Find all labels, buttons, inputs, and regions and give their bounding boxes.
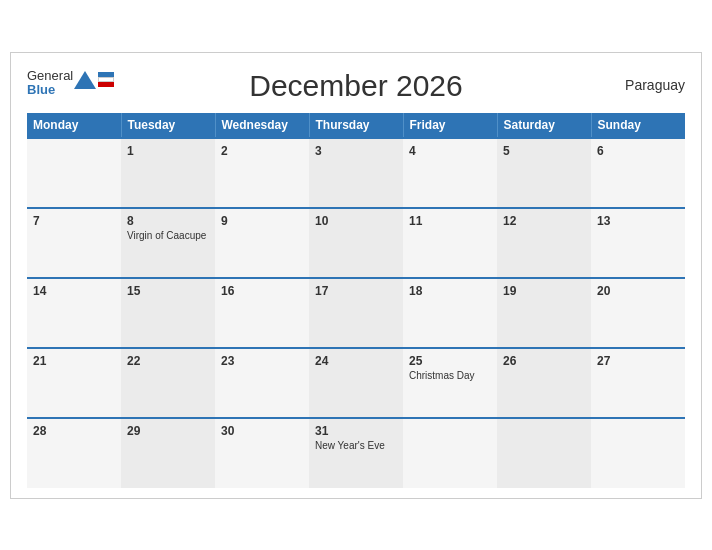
day-number: 3	[315, 144, 397, 158]
day-number: 15	[127, 284, 209, 298]
day-event: Virgin of Caacupe	[127, 230, 209, 241]
col-thursday: Thursday	[309, 113, 403, 138]
day-number: 31	[315, 424, 397, 438]
calendar-cell: 1	[121, 138, 215, 208]
calendar-container: General Blue December 2026	[10, 52, 702, 499]
day-number: 11	[409, 214, 491, 228]
logo-icon	[74, 69, 114, 91]
calendar-header: General Blue December 2026	[27, 69, 685, 103]
day-number: 19	[503, 284, 585, 298]
day-number: 18	[409, 284, 491, 298]
col-tuesday: Tuesday	[121, 113, 215, 138]
col-saturday: Saturday	[497, 113, 591, 138]
calendar-cell: 23	[215, 348, 309, 418]
day-number: 26	[503, 354, 585, 368]
calendar-cell: 16	[215, 278, 309, 348]
calendar-cell: 7	[27, 208, 121, 278]
calendar-week-row: 14151617181920	[27, 278, 685, 348]
day-number: 5	[503, 144, 585, 158]
calendar-cell: 14	[27, 278, 121, 348]
calendar-cell: 8Virgin of Caacupe	[121, 208, 215, 278]
logo-general: General	[27, 69, 73, 84]
calendar-cell: 29	[121, 418, 215, 488]
calendar-week-row: 123456	[27, 138, 685, 208]
day-number: 12	[503, 214, 585, 228]
calendar-cell: 9	[215, 208, 309, 278]
logo: General Blue	[27, 69, 114, 99]
day-number: 30	[221, 424, 303, 438]
day-number: 27	[597, 354, 679, 368]
day-number: 25	[409, 354, 491, 368]
calendar-cell: 19	[497, 278, 591, 348]
calendar-cell: 5	[497, 138, 591, 208]
calendar-cell	[403, 418, 497, 488]
calendar-cell: 26	[497, 348, 591, 418]
calendar-cell: 10	[309, 208, 403, 278]
calendar-cell: 12	[497, 208, 591, 278]
country-label: Paraguay	[625, 77, 685, 93]
day-number: 22	[127, 354, 209, 368]
day-event: Christmas Day	[409, 370, 491, 381]
calendar-week-row: 78Virgin of Caacupe910111213	[27, 208, 685, 278]
logo-flag-icon	[98, 72, 114, 87]
day-number: 14	[33, 284, 115, 298]
day-number: 2	[221, 144, 303, 158]
calendar-cell: 6	[591, 138, 685, 208]
calendar-cell: 21	[27, 348, 121, 418]
day-number: 10	[315, 214, 397, 228]
day-event: New Year's Eve	[315, 440, 397, 451]
month-title: December 2026	[249, 69, 462, 103]
calendar-cell	[27, 138, 121, 208]
calendar-cell	[497, 418, 591, 488]
day-number: 16	[221, 284, 303, 298]
calendar-table: Monday Tuesday Wednesday Thursday Friday…	[27, 113, 685, 488]
logo-mountain-icon	[74, 69, 96, 91]
calendar-cell: 2	[215, 138, 309, 208]
calendar-cell	[591, 418, 685, 488]
day-number: 1	[127, 144, 209, 158]
calendar-week-row: 28293031New Year's Eve	[27, 418, 685, 488]
day-number: 21	[33, 354, 115, 368]
col-wednesday: Wednesday	[215, 113, 309, 138]
day-number: 23	[221, 354, 303, 368]
calendar-cell: 22	[121, 348, 215, 418]
calendar-cell: 15	[121, 278, 215, 348]
day-number: 29	[127, 424, 209, 438]
weekday-header-row: Monday Tuesday Wednesday Thursday Friday…	[27, 113, 685, 138]
logo-blue: Blue	[27, 83, 73, 98]
day-number: 17	[315, 284, 397, 298]
calendar-cell: 20	[591, 278, 685, 348]
calendar-cell: 24	[309, 348, 403, 418]
calendar-cell: 30	[215, 418, 309, 488]
calendar-cell: 28	[27, 418, 121, 488]
calendar-cell: 11	[403, 208, 497, 278]
svg-marker-0	[74, 71, 96, 89]
col-sunday: Sunday	[591, 113, 685, 138]
calendar-cell: 4	[403, 138, 497, 208]
col-friday: Friday	[403, 113, 497, 138]
calendar-body: 12345678Virgin of Caacupe910111213141516…	[27, 138, 685, 488]
calendar-cell: 18	[403, 278, 497, 348]
day-number: 6	[597, 144, 679, 158]
day-number: 13	[597, 214, 679, 228]
day-number: 7	[33, 214, 115, 228]
calendar-cell: 31New Year's Eve	[309, 418, 403, 488]
calendar-week-row: 2122232425Christmas Day2627	[27, 348, 685, 418]
calendar-cell: 27	[591, 348, 685, 418]
day-number: 24	[315, 354, 397, 368]
day-number: 20	[597, 284, 679, 298]
day-number: 4	[409, 144, 491, 158]
day-number: 8	[127, 214, 209, 228]
col-monday: Monday	[27, 113, 121, 138]
calendar-cell: 17	[309, 278, 403, 348]
calendar-cell: 25Christmas Day	[403, 348, 497, 418]
day-number: 9	[221, 214, 303, 228]
calendar-cell: 13	[591, 208, 685, 278]
day-number: 28	[33, 424, 115, 438]
calendar-cell: 3	[309, 138, 403, 208]
